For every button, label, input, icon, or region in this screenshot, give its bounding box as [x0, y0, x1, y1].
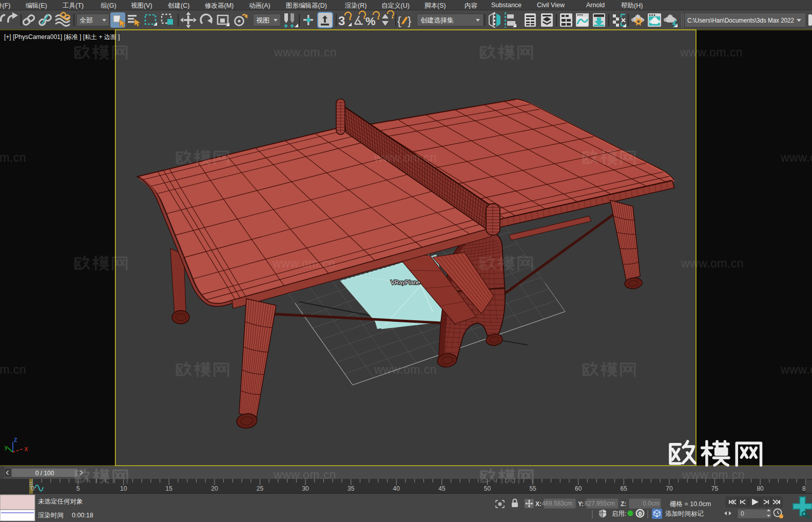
svg-text:www.om.cn: www.om.cn — [680, 46, 743, 59]
svg-text:[+] [PhysCamera001] [标准 ] [粘土: [+] [PhysCamera001] [标准 ] [粘土 + 边面 ] — [4, 33, 120, 41]
svg-text:30: 30 — [302, 485, 309, 492]
svg-text:0: 0 — [31, 485, 34, 492]
svg-text:75: 75 — [711, 485, 719, 492]
svg-text:827.955cm: 827.955cm — [585, 500, 615, 507]
svg-text:5: 5 — [76, 485, 80, 492]
svg-text:{: { — [397, 14, 401, 27]
svg-text:www.om.cn: www.om.cn — [0, 363, 26, 376]
svg-text:VRayPlane: VRayPlane — [391, 279, 420, 285]
svg-text:Z: Z — [14, 437, 17, 443]
svg-text:0 / 100: 0 / 100 — [35, 470, 54, 477]
svg-text:添加时间标记: 添加时间标记 — [665, 510, 704, 517]
svg-text:www.om.cn: www.om.cn — [272, 257, 335, 270]
svg-text:y: y — [5, 444, 8, 450]
svg-text:65: 65 — [621, 485, 628, 492]
svg-text:C:\Users\Han\Documents\3ds Max: C:\Users\Han\Documents\3ds Max 2022 — [687, 16, 794, 24]
svg-text:0.0cm: 0.0cm — [643, 500, 660, 507]
svg-text:%: % — [365, 15, 376, 28]
svg-text:www.om.cn: www.om.cn — [0, 151, 26, 164]
svg-text:25: 25 — [257, 485, 264, 492]
svg-text:www.om.cn: www.om.cn — [681, 257, 744, 270]
svg-text:20: 20 — [211, 485, 218, 492]
svg-text:55: 55 — [529, 485, 536, 492]
svg-text:Y:: Y: — [578, 500, 584, 508]
svg-text:0: 0 — [639, 511, 642, 517]
svg-text:视图: 视图 — [256, 16, 269, 24]
svg-text:启用:: 启用: — [612, 510, 626, 517]
svg-text:未选定任何对象: 未选定任何对象 — [38, 498, 83, 505]
svg-text:45: 45 — [438, 485, 446, 492]
svg-text:www.om.cn: www.om.cn — [780, 151, 812, 164]
svg-text:www.om.cn: www.om.cn — [374, 151, 437, 164]
svg-text:渲染时间 0:00:18: 渲染时间 0:00:18 — [38, 512, 93, 519]
svg-text:10: 10 — [120, 485, 127, 492]
svg-text:35: 35 — [347, 485, 355, 492]
svg-text:60: 60 — [575, 485, 582, 492]
svg-text:}: } — [408, 14, 411, 27]
svg-text:3: 3 — [338, 14, 345, 28]
svg-text:www.om.cn: www.om.cn — [274, 46, 337, 59]
svg-text:创建选择集: 创建选择集 — [420, 16, 454, 24]
svg-text:www.om.cn: www.om.cn — [374, 363, 437, 376]
svg-text:70: 70 — [666, 485, 673, 492]
svg-text:X:: X: — [535, 500, 542, 508]
svg-text:www.om.cn: www.om.cn — [780, 363, 812, 376]
svg-text:0: 0 — [741, 510, 744, 517]
svg-text:X: X — [25, 446, 28, 452]
svg-text:80: 80 — [757, 485, 764, 492]
svg-text:15: 15 — [166, 485, 173, 492]
svg-text:50: 50 — [484, 485, 491, 492]
svg-text:40: 40 — [393, 485, 400, 492]
svg-text:469.583cm: 469.583cm — [542, 500, 572, 507]
svg-text:Z:: Z: — [621, 500, 626, 508]
svg-text:栅格 = 10.0cm: 栅格 = 10.0cm — [670, 500, 711, 508]
svg-text:全部: 全部 — [80, 16, 93, 24]
